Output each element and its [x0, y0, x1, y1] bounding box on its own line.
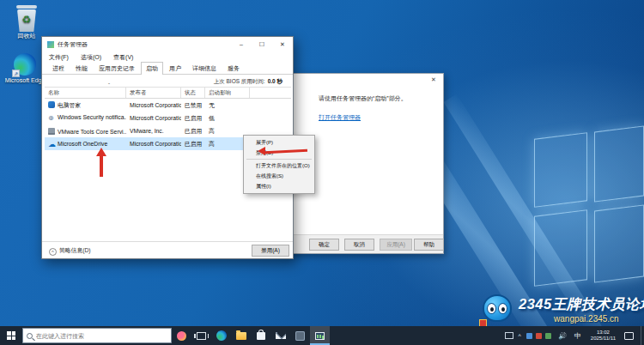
menu-item-open-file-location[interactable]: 打开文件所在的位置(O): [244, 160, 314, 171]
dialog-close-icon[interactable]: ✕: [428, 75, 440, 84]
ok-button[interactable]: 确定: [309, 239, 339, 251]
menu-item-properties[interactable]: 属性(I): [244, 181, 314, 191]
watermark-title: 2345王牌技术员论坛: [519, 295, 644, 314]
system-tray: ^ 🔊 中 13:02 2025/11/11: [505, 326, 644, 345]
tray-icon[interactable]: [536, 333, 542, 339]
windows-logo-pane: [534, 132, 587, 208]
tab-services[interactable]: 服务: [222, 62, 245, 74]
pc-manager-icon: [48, 101, 55, 108]
recycle-bin-icon: [16, 5, 37, 9]
store-icon[interactable]: [251, 326, 270, 345]
maximize-button[interactable]: ☐: [252, 37, 272, 51]
menu-item-search-online[interactable]: 在线搜索(S): [244, 171, 314, 181]
dialog-titlebar: ✕: [284, 74, 443, 85]
tab-strip: 进程 性能 应用历史记录 启动 用户 详细信息 服务: [42, 63, 293, 75]
windows-logo-pane: [534, 209, 587, 287]
details-toggle[interactable]: ^简略信息(D): [49, 246, 91, 256]
table-header: 名称 ˇ 发布者 状态 启动影响: [45, 88, 291, 99]
tab-details[interactable]: 详细信息: [187, 62, 222, 74]
ime-indicator[interactable]: 中: [574, 331, 581, 341]
windows-logo-icon: [7, 331, 15, 340]
task-view-icon[interactable]: [191, 326, 211, 345]
help-button[interactable]: 帮助: [414, 239, 444, 251]
tray-icon[interactable]: [526, 333, 532, 339]
mascot-icon: [479, 291, 515, 327]
file-explorer-icon[interactable]: [231, 326, 251, 345]
annotation-arrow-left: [258, 147, 307, 156]
column-impact[interactable]: 启动影响: [205, 88, 250, 98]
vmware-taskbar-icon[interactable]: [290, 326, 310, 345]
menu-separator: [246, 159, 312, 160]
sort-indicator-icon: ˇ: [108, 82, 110, 88]
taskbar-news-icon[interactable]: [172, 326, 191, 345]
search-input[interactable]: [36, 333, 139, 339]
desktop-icon-recycle-bin[interactable]: ♻ 回收站: [2, 5, 52, 40]
annotation-arrow-up: [96, 148, 106, 177]
clock-date: 2025/11/11: [591, 336, 616, 342]
context-menu: 展开(P) 禁用(D) 打开文件所在的位置(O) 在线搜索(S) 属性(I): [243, 135, 315, 194]
taskbar-search[interactable]: [22, 328, 172, 343]
tab-performance[interactable]: 性能: [70, 62, 93, 74]
disable-button[interactable]: 禁用(A): [252, 245, 289, 257]
minimize-button[interactable]: –: [231, 37, 252, 51]
tray-app-icon[interactable]: [505, 332, 513, 339]
taskbar-clock[interactable]: 13:02 2025/11/11: [591, 330, 616, 342]
vmware-icon: [48, 128, 55, 135]
table-row[interactable]: ⊕Windows Security notifica... Microsoft …: [45, 112, 291, 124]
column-blank: [250, 88, 291, 98]
window-title: 任务管理器: [58, 40, 231, 49]
volume-icon[interactable]: 🔊: [558, 332, 567, 340]
column-publisher[interactable]: 发布者: [126, 88, 181, 98]
watermark-url: wangpai.2345.cn: [519, 314, 644, 324]
windows-logo-pane: [594, 204, 644, 282]
cancel-button[interactable]: 取消: [344, 239, 374, 251]
column-status[interactable]: 状态: [181, 88, 205, 98]
start-button[interactable]: [0, 326, 22, 345]
bios-time: 上次 BIOS 所用时间:0.0 秒: [214, 78, 283, 86]
tray-icon[interactable]: [545, 333, 551, 339]
dialog-footer: 确定 取消 应用(A) 帮助: [284, 234, 443, 253]
table-row[interactable]: 电脑管家 Microsoft Corporation 已禁用 无: [45, 99, 291, 112]
titlebar[interactable]: 任务管理器 – ☐ ✕: [42, 37, 293, 51]
show-desktop-button[interactable]: [641, 326, 644, 345]
tab-startup[interactable]: 启动: [141, 62, 163, 75]
security-notification-icon: ⊕: [48, 115, 55, 122]
notification-center-icon[interactable]: [624, 332, 634, 340]
tab-processes[interactable]: 进程: [47, 62, 70, 74]
menu-file[interactable]: 文件(F): [49, 53, 69, 62]
mail-icon[interactable]: [270, 326, 290, 345]
tray-expand-caret-icon[interactable]: ^: [519, 333, 521, 339]
clock-time: 13:02: [591, 330, 616, 336]
search-icon: [27, 333, 33, 339]
close-button[interactable]: ✕: [272, 37, 293, 51]
collapse-caret-icon: ^: [49, 248, 57, 256]
tab-users[interactable]: 用户: [164, 62, 186, 74]
forum-watermark: 2345王牌技术员论坛 wangpai.2345.cn: [479, 290, 644, 328]
edge-icon: ↗: [14, 53, 36, 76]
task-manager-taskbar-icon[interactable]: [310, 326, 330, 345]
windows-logo-pane: [594, 125, 644, 202]
dialog-message: 请使用任务管理器的“启动”部分。: [319, 94, 407, 103]
tab-app-history[interactable]: 应用历史记录: [94, 62, 140, 74]
shortcut-arrow-icon: ↗: [12, 70, 20, 77]
menu-options[interactable]: 选项(O): [81, 53, 101, 62]
column-name[interactable]: 名称 ˇ: [45, 88, 126, 98]
onedrive-icon: ☁: [48, 141, 55, 148]
taskbar-edge-icon[interactable]: [211, 326, 231, 345]
task-manager-app-icon: [47, 41, 54, 48]
taskbar: ^ 🔊 中 13:02 2025/11/11: [0, 326, 644, 345]
menu-view[interactable]: 查看(V): [113, 53, 133, 62]
apply-button: 应用(A): [380, 239, 412, 251]
task-manager-footer: ^简略信息(D) 禁用(A): [42, 241, 293, 258]
recycle-glyph: ♻: [17, 14, 36, 26]
open-task-manager-link[interactable]: 打开任务管理器: [319, 113, 361, 122]
